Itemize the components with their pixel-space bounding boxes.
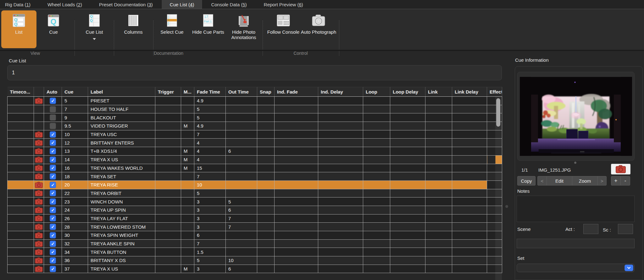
trigger-cell[interactable] [155,139,181,147]
out-cell[interactable] [226,97,257,105]
loop-cell[interactable] [363,130,390,139]
copy-button[interactable]: Copy [517,176,536,186]
photo-cell[interactable] [34,248,44,256]
link-cell[interactable] [425,164,452,172]
auto-cell[interactable]: ✓ [44,206,62,214]
link-cell[interactable] [425,197,452,206]
auto-cell[interactable]: ✓ [44,180,62,189]
snap-cell[interactable] [257,172,275,181]
trigger-cell[interactable] [155,214,181,223]
column-header-timecode[interactable]: Timeco... [8,87,34,97]
out-cell[interactable]: 7 [226,223,257,231]
out-cell[interactable] [226,248,257,256]
trigger-cell[interactable] [155,265,181,273]
tab-preset-documentation[interactable]: Preset Documentation (3) [91,0,161,9]
link_delay-cell[interactable] [452,105,487,113]
column-header-ind_delay[interactable]: Ind. Delay [318,87,363,97]
auto-checkbox[interactable]: ✓ [50,140,56,146]
photo-cell[interactable] [34,139,44,147]
snap-cell[interactable] [257,113,275,122]
cue-row-10[interactable]: ✓10TREYA USC7 [8,130,502,139]
link_delay-cell[interactable] [452,239,487,248]
label-cell[interactable]: PRESET [88,97,155,105]
m-cell[interactable] [181,206,194,214]
auto-checkbox[interactable]: ✓ [50,241,56,247]
link-cell[interactable] [425,180,452,189]
effect-cell[interactable] [487,180,502,189]
tab-rig-data[interactable]: Rig Data (1) [0,0,39,9]
link_delay-cell[interactable] [452,122,487,130]
cue-row-9[interactable]: 9BLACKOUT5 [8,113,502,122]
cue-list-number-input[interactable]: 1 [7,65,502,80]
ind_delay-cell[interactable] [318,180,363,189]
effect-cell[interactable] [487,164,502,172]
timecode-cell[interactable] [8,248,34,256]
m-cell[interactable]: M [181,155,194,164]
add-photo-button[interactable]: + [611,176,621,186]
timecode-cell[interactable] [8,239,34,248]
auto-checkbox[interactable] [50,114,56,121]
photo-cell[interactable] [34,172,44,181]
loop_delay-cell[interactable] [390,105,425,113]
cue-cell[interactable]: 24 [62,206,88,214]
m-cell[interactable] [181,214,194,223]
link-cell[interactable] [425,113,452,122]
label-cell[interactable]: BLACKOUT [88,113,155,122]
label-cell[interactable]: TREYA LOWERED STOM [88,223,155,231]
auto-checkbox[interactable]: ✓ [50,182,56,188]
loop_delay-cell[interactable] [390,214,425,223]
scene-name-input[interactable] [517,239,635,248]
out-cell[interactable] [226,130,257,139]
table-scrollbar-thumb[interactable] [496,98,500,127]
loop_delay-cell[interactable] [390,97,425,105]
auto-cell[interactable] [44,122,62,130]
trigger-cell[interactable] [155,189,181,197]
out-cell[interactable] [226,231,257,240]
loop_delay-cell[interactable] [390,206,425,214]
out-cell[interactable] [226,122,257,130]
m-cell[interactable] [181,130,194,139]
label-cell[interactable]: VIDEO TRIGGER [88,122,155,130]
trigger-cell[interactable] [155,97,181,105]
loop_delay-cell[interactable] [390,113,425,122]
loop-cell[interactable] [363,265,390,273]
m-cell[interactable] [181,223,194,231]
trigger-cell[interactable] [155,206,181,214]
cue-cell[interactable]: 34 [62,248,88,256]
loop_delay-cell[interactable] [390,172,425,181]
column-header-label[interactable]: Label [88,87,155,97]
m-cell[interactable] [181,139,194,147]
photo-cell[interactable] [34,256,44,265]
ind_fade-cell[interactable] [275,180,318,189]
loop-cell[interactable] [363,147,390,156]
ind_fade-cell[interactable] [275,164,318,172]
trigger-cell[interactable] [155,147,181,156]
ind_fade-cell[interactable] [275,172,318,181]
snap-cell[interactable] [257,231,275,240]
snap-cell[interactable] [257,265,275,273]
m-cell[interactable] [181,105,194,113]
loop-cell[interactable] [363,139,390,147]
fade-cell[interactable]: 4.9 [194,97,226,105]
ind_delay-cell[interactable] [318,147,363,156]
ind_fade-cell[interactable] [275,239,318,248]
m-cell[interactable]: M [181,122,194,130]
ind_delay-cell[interactable] [318,130,363,139]
cue-button[interactable]: QCue [40,10,67,48]
ind_delay-cell[interactable] [318,97,363,105]
loop_delay-cell[interactable] [390,256,425,265]
effect-cell[interactable] [487,239,502,248]
effect-cell[interactable] [487,172,502,181]
ind_delay-cell[interactable] [318,231,363,240]
column-header-link_delay[interactable]: Link Delay [452,87,487,97]
link-cell[interactable] [425,239,452,248]
loop_delay-cell[interactable] [390,155,425,164]
loop-cell[interactable] [363,206,390,214]
cue-cell[interactable]: 20 [62,180,88,189]
trigger-cell[interactable] [155,248,181,256]
link-cell[interactable] [425,172,452,181]
auto-cell[interactable]: ✓ [44,130,62,139]
link_delay-cell[interactable] [452,206,487,214]
m-cell[interactable]: M [181,147,194,156]
out-cell[interactable] [226,139,257,147]
